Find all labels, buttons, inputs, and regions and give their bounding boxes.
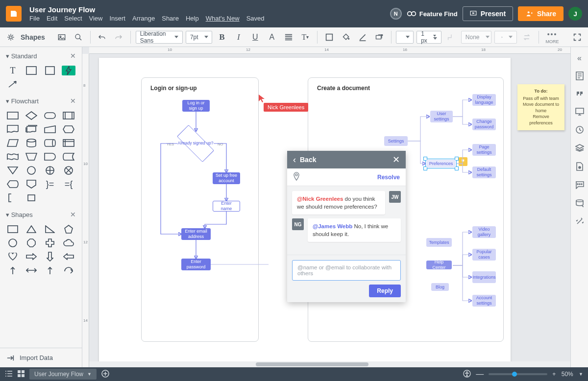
comment-input[interactable]: @name or @email to collaborate with othe…	[292, 260, 401, 281]
stroke-width-select[interactable]: 1 px	[416, 31, 441, 44]
presentation-icon[interactable]	[575, 108, 584, 117]
node-templates[interactable]: Templates	[426, 238, 452, 247]
bs-pent[interactable]	[62, 224, 75, 234]
fc-brace-left[interactable]: ={	[62, 179, 75, 189]
list-view-icon[interactable]	[5, 371, 13, 378]
rect-shape[interactable]	[24, 66, 38, 75]
fc-manop[interactable]	[24, 152, 38, 162]
menu-help[interactable]: Help	[186, 15, 199, 22]
back-chevron-icon[interactable]: ‹	[293, 155, 296, 165]
reply-button[interactable]: Reply	[369, 285, 401, 297]
line-color-icon[interactable]	[356, 30, 369, 44]
fc-multdoc[interactable]	[24, 124, 38, 134]
shape-options-icon[interactable]	[372, 30, 386, 44]
fc-or[interactable]	[43, 166, 57, 175]
arrow-start-select[interactable]: None	[461, 31, 491, 44]
zoom-out-icon[interactable]: —	[476, 370, 484, 379]
menu-view[interactable]: View	[89, 15, 103, 22]
menu-arrange[interactable]: Arrange	[132, 15, 155, 22]
close-icon[interactable]: ✕	[392, 154, 400, 165]
horizontal-scrollbar[interactable]	[89, 361, 570, 367]
zoom-slider[interactable]	[489, 373, 547, 375]
fullscreen-icon[interactable]	[570, 30, 584, 44]
fc-terminator[interactable]	[43, 111, 57, 120]
search-icon[interactable]	[72, 30, 85, 44]
node-default-settings[interactable]: Default settings	[472, 167, 496, 178]
fill-bucket-icon[interactable]	[339, 30, 353, 44]
undo-icon[interactable]	[95, 30, 109, 44]
fc-hex[interactable]	[62, 124, 75, 134]
fc-direct[interactable]	[43, 138, 57, 148]
fc-tape[interactable]	[6, 152, 20, 162]
node-enter-pwd[interactable]: Enter password	[181, 259, 211, 270]
shape-style-icon[interactable]	[322, 30, 336, 44]
menu-insert[interactable]: Insert	[109, 15, 125, 22]
history-icon[interactable]	[576, 126, 584, 135]
document-icon[interactable]	[6, 6, 22, 22]
collaborator-avatar[interactable]: N	[390, 8, 402, 20]
grid-view-icon[interactable]	[18, 370, 24, 379]
document-icon[interactable]	[576, 162, 583, 172]
node-help-center[interactable]: Help Center	[426, 261, 452, 269]
text-color-icon[interactable]: A	[265, 30, 279, 44]
bs-tri[interactable]	[24, 224, 38, 234]
bs-oct[interactable]	[24, 238, 38, 248]
fc-merge[interactable]	[6, 166, 20, 175]
bs-arr-lr-thin[interactable]	[24, 265, 38, 275]
node-popular-cases[interactable]: Popular cases	[472, 249, 496, 261]
align-icon[interactable]	[282, 30, 295, 44]
line-path-icon[interactable]	[444, 30, 458, 44]
bs-arr-r[interactable]	[24, 252, 38, 262]
section-flowchart[interactable]: ▾ Flowchart ✕	[0, 92, 82, 108]
node-page-settings[interactable]: Page settings	[472, 144, 496, 156]
node-disp-lang[interactable]: Display language	[472, 94, 496, 106]
collapse-icon[interactable]: «	[577, 54, 582, 63]
text-tool-icon[interactable]: T▾	[298, 30, 312, 44]
bs-heart[interactable]	[6, 252, 20, 262]
redo-icon[interactable]	[112, 30, 125, 44]
magic-icon[interactable]	[576, 217, 584, 227]
font-size-select[interactable]: 7pt	[186, 31, 212, 44]
fc-data[interactable]	[6, 138, 20, 148]
bs-rect[interactable]	[6, 224, 20, 234]
underline-icon[interactable]: U	[248, 30, 262, 44]
bs-cloud[interactable]	[62, 238, 75, 248]
menu-file[interactable]: File	[29, 15, 40, 22]
quote-icon[interactable]	[576, 91, 584, 99]
data-icon[interactable]	[576, 199, 584, 209]
node-enter-name[interactable]: Enter name	[213, 201, 240, 212]
bs-arr-l[interactable]	[62, 252, 75, 262]
node-login-signup[interactable]: Log in or sign up	[182, 100, 210, 112]
page-select[interactable]: User Journey Flow▼	[29, 369, 97, 380]
node-already-signed-up[interactable]: Already signed up?	[177, 131, 214, 156]
node-account-settings[interactable]: Account settings	[472, 295, 496, 307]
add-page-icon[interactable]	[101, 370, 109, 379]
arrow-shape[interactable]	[6, 79, 20, 89]
italic-icon[interactable]: I	[232, 30, 245, 44]
user-avatar[interactable]: J	[568, 7, 582, 21]
menu-share[interactable]: Share	[162, 15, 179, 22]
bs-arr-curve[interactable]	[62, 265, 75, 275]
canvas[interactable]: Login or sign-up Log in or sign up Alrea…	[89, 54, 570, 367]
node-integrations[interactable]: Integrations	[472, 271, 496, 283]
sticky-note[interactable]: To do: Pass off with team Move document …	[517, 84, 564, 130]
import-data[interactable]: Import Data	[0, 348, 82, 367]
notes-icon[interactable]	[576, 71, 584, 82]
fc-connector[interactable]	[24, 166, 38, 175]
feature-find[interactable]: Feature Find	[407, 10, 458, 18]
bs-arr-d[interactable]	[43, 252, 57, 262]
fc-input[interactable]	[43, 124, 57, 134]
menu-whats-new[interactable]: What's New	[206, 15, 240, 22]
font-select[interactable]: Liberation Sans	[136, 31, 183, 44]
document-title[interactable]: User Journey Flow	[29, 5, 265, 14]
fc-intern[interactable]	[62, 138, 75, 148]
section-shapes[interactable]: ▾ Shapes ✕	[0, 206, 82, 221]
node-preferences[interactable]: Preferences	[426, 160, 456, 167]
fc-delay[interactable]	[43, 152, 57, 162]
fc-sum[interactable]	[62, 166, 75, 175]
fc-predef[interactable]	[62, 111, 75, 120]
menu-select[interactable]: Select	[64, 15, 82, 22]
bs-rtri[interactable]	[43, 224, 57, 234]
comments-icon[interactable]	[575, 181, 584, 190]
share-button[interactable]: Share	[518, 6, 564, 21]
